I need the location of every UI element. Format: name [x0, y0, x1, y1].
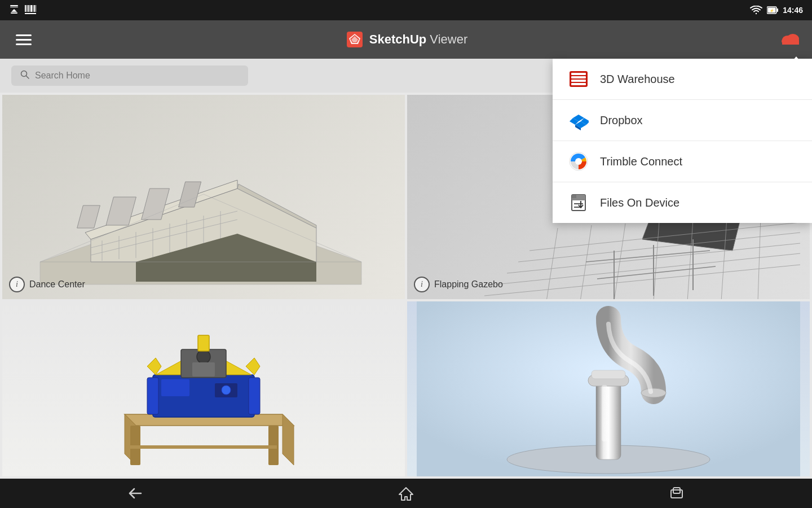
svg-point-89: [222, 386, 231, 395]
model-label-flapping-gazebo: i Flapping Gazebo: [414, 277, 503, 292]
model-card-dance-center[interactable]: i Dance Center: [2, 95, 405, 299]
warehouse-icon: [568, 69, 589, 89]
svg-rect-4: [25, 5, 26, 12]
svg-rect-103: [571, 76, 586, 78]
faucet-sketch: [417, 301, 800, 476]
download-icon: [9, 5, 19, 15]
back-button[interactable]: [105, 482, 166, 505]
svg-point-93: [641, 388, 666, 397]
svg-marker-2: [11, 9, 17, 12]
dropdown-menu: 3D Warehouse Dropbox: [553, 59, 812, 223]
device-icon: [568, 192, 589, 213]
cloud-button[interactable]: [780, 30, 801, 50]
clock: 14:46: [783, 6, 803, 15]
svg-rect-10: [34, 5, 35, 12]
bottom-nav: [0, 479, 812, 508]
svg-rect-95: [592, 370, 625, 379]
svg-line-69: [586, 251, 710, 262]
svg-rect-81: [161, 379, 189, 396]
info-button-flapping-gazebo[interactable]: i: [414, 277, 430, 292]
device-label: Files On Device: [600, 196, 679, 209]
svg-marker-98: [399, 488, 413, 500]
svg-rect-78: [147, 378, 158, 414]
svg-rect-76: [130, 445, 277, 449]
dropdown-item-dropbox[interactable]: Dropbox: [553, 100, 812, 141]
svg-rect-96: [602, 385, 607, 441]
model-card-faucet[interactable]: [407, 301, 810, 476]
svg-line-60: [580, 225, 592, 299]
svg-rect-11: [36, 5, 36, 12]
recents-button[interactable]: [646, 482, 707, 505]
svg-rect-87: [198, 335, 209, 351]
dropdown-item-trimble[interactable]: Trimble Connect: [553, 141, 812, 182]
info-button-dance-center[interactable]: i: [9, 277, 25, 292]
svg-rect-104: [571, 80, 586, 82]
svg-rect-41: [77, 205, 100, 228]
app-title: SketchUp Viewer: [369, 32, 467, 47]
back-icon: [127, 487, 143, 500]
svg-marker-115: [572, 195, 576, 198]
barcode-icon: [25, 5, 36, 15]
trimble-icon: [568, 151, 589, 172]
dropbox-icon: [568, 110, 589, 130]
svg-rect-24: [782, 40, 799, 45]
svg-rect-14: [777, 8, 779, 12]
svg-text:⚡: ⚡: [770, 8, 774, 13]
header: SketchUp Viewer: [0, 20, 812, 59]
recents-icon: [669, 487, 685, 500]
dropdown-item-device[interactable]: Files On Device: [553, 182, 812, 223]
status-bar-right: ⚡ 14:46: [750, 6, 803, 15]
svg-line-59: [546, 228, 558, 299]
search-input[interactable]: [35, 71, 239, 81]
search-icon: [20, 70, 29, 81]
logo-area: SketchUp Viewer: [345, 29, 467, 50]
home-icon: [398, 485, 414, 501]
svg-rect-9: [33, 5, 33, 12]
svg-rect-102: [571, 73, 586, 75]
svg-rect-3: [11, 12, 17, 14]
svg-rect-1: [10, 7, 18, 7]
svg-rect-8: [30, 5, 32, 12]
warehouse-label: 3D Warehouse: [600, 73, 675, 86]
dropdown-arrow: [789, 56, 803, 64]
svg-point-85: [197, 350, 210, 364]
svg-marker-83: [246, 358, 260, 375]
trimble-label: Trimble Connect: [600, 155, 682, 168]
wifi-icon: [750, 6, 762, 15]
machine-sketch: [12, 301, 395, 476]
model-card-machine[interactable]: [2, 301, 405, 476]
svg-rect-92: [596, 380, 621, 459]
battery-icon: ⚡: [767, 6, 778, 14]
svg-marker-72: [283, 414, 294, 465]
svg-point-112: [575, 158, 582, 165]
svg-marker-82: [147, 358, 161, 375]
search-bar[interactable]: [11, 65, 248, 86]
dance-center-sketch: [12, 95, 395, 299]
svg-rect-12: [25, 13, 36, 14]
svg-rect-86: [192, 362, 215, 376]
svg-line-26: [27, 76, 29, 79]
svg-rect-0: [10, 5, 18, 6]
home-button[interactable]: [376, 481, 436, 506]
svg-rect-5: [27, 5, 27, 12]
cloud-icon: [780, 30, 801, 46]
svg-rect-79: [249, 378, 260, 414]
svg-rect-7: [29, 5, 30, 12]
svg-rect-105: [571, 83, 586, 85]
status-bar-left: [9, 5, 36, 15]
sketchup-logo-icon: [345, 29, 365, 50]
svg-rect-6: [28, 5, 29, 12]
hamburger-button[interactable]: [11, 30, 36, 50]
dropdown-item-warehouse[interactable]: 3D Warehouse: [553, 59, 812, 100]
model-label-dance-center: i Dance Center: [9, 277, 85, 292]
dropbox-label: Dropbox: [600, 114, 643, 127]
status-bar: ⚡ 14:46: [0, 0, 812, 20]
